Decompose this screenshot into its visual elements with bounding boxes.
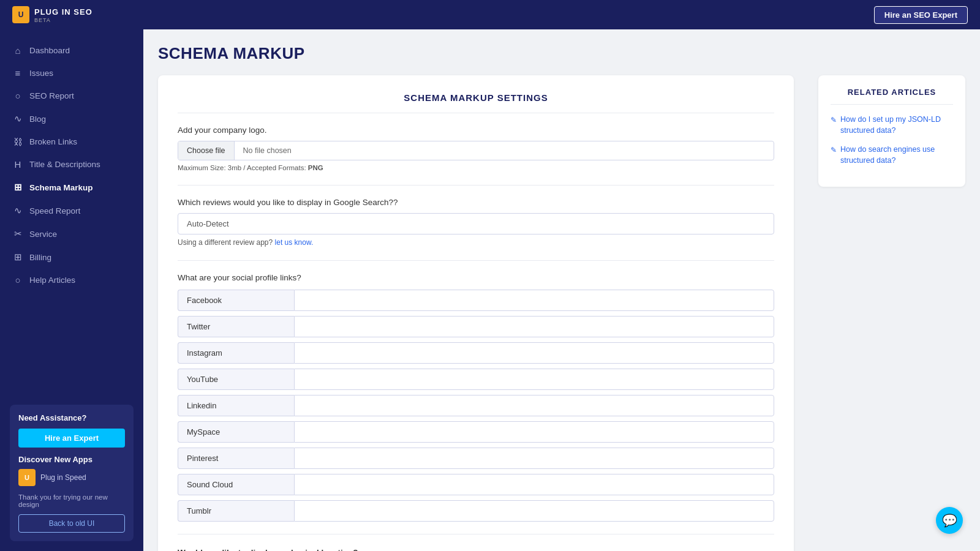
plugin-speed-row: U Plug in Speed <box>18 469 125 486</box>
logo-section-label: Add your company logo. <box>178 126 774 135</box>
sidebar-item-billing[interactable]: ⊞ Billing <box>0 246 143 269</box>
back-to-old-ui-button[interactable]: Back to old UI <box>18 514 125 533</box>
card-title: SCHEMA MARKUP SETTINGS <box>178 92 774 113</box>
sidebar-label-help-articles: Help Articles <box>29 276 75 285</box>
issues-icon: ≡ <box>12 68 23 78</box>
social-row-linkedin: Linkedin <box>178 395 774 416</box>
location-question: Would you like to display a physical loc… <box>178 548 774 551</box>
logo-beta: BETA <box>34 17 92 23</box>
sidebar-item-help-articles[interactable]: ○ Help Articles <box>0 269 143 291</box>
external-link-icon-2: ✎ <box>831 145 837 156</box>
hire-expert-button-sidebar[interactable]: Hire an Expert <box>18 429 125 448</box>
file-note: Maximum Size: 3mb / Accepted Formats: PN… <box>178 164 774 171</box>
schema-markup-card: SCHEMA MARKUP SETTINGS Add your company … <box>158 75 794 551</box>
sidebar-item-broken-links[interactable]: ⛓ Broken Links <box>0 130 143 153</box>
review-select[interactable] <box>178 213 774 234</box>
sidebar-label-title-descriptions: Title & Descriptions <box>29 160 100 169</box>
social-input-instagram[interactable] <box>294 342 774 364</box>
social-label-facebook: Facebook <box>178 290 294 311</box>
social-question: What are your social profile links? <box>178 273 774 282</box>
social-row-soundcloud: Sound Cloud <box>178 474 774 495</box>
broken-links-icon: ⛓ <box>12 137 23 147</box>
sidebar-nav: ⌂ Dashboard ≡ Issues ○ SEO Report ∿ Blog… <box>0 29 143 395</box>
social-input-facebook[interactable] <box>294 290 774 311</box>
social-input-soundcloud[interactable] <box>294 474 774 495</box>
file-input-row: Choose file No file chosen <box>178 141 774 160</box>
social-row-twitter: Twitter <box>178 316 774 337</box>
sidebar-label-speed-report: Speed Report <box>29 206 80 216</box>
page-title: SCHEMA MARKUP <box>158 44 965 63</box>
related-articles-card: RELATED ARTICLES ✎ How do I set up my JS… <box>818 75 965 187</box>
plugin-speed-label: Plug in Speed <box>40 473 86 482</box>
home-icon: ⌂ <box>12 45 23 56</box>
topnav: U PLUG IN SEO BETA Hire an SEO Expert <box>0 0 980 29</box>
service-icon: ✂ <box>12 228 23 239</box>
logo-icon: U <box>12 6 29 23</box>
related-link-search-engines[interactable]: ✎ How do search engines use structured d… <box>831 144 953 166</box>
sidebar-item-dashboard[interactable]: ⌂ Dashboard <box>0 39 143 62</box>
related-link-search-engines-text: How do search engines use structured dat… <box>840 144 953 166</box>
sidebar-item-service[interactable]: ✂ Service <box>0 222 143 246</box>
social-row-pinterest: Pinterest <box>178 448 774 469</box>
social-input-myspace[interactable] <box>294 421 774 443</box>
sidebar-item-blog[interactable]: ∿ Blog <box>0 107 143 130</box>
social-label-twitter: Twitter <box>178 316 294 337</box>
seo-report-icon: ○ <box>12 91 23 101</box>
related-articles-title: RELATED ARTICLES <box>831 88 953 105</box>
social-input-tumblr[interactable] <box>294 500 774 522</box>
social-row-youtube: YouTube <box>178 369 774 390</box>
social-row-instagram: Instagram <box>178 342 774 364</box>
billing-icon: ⊞ <box>12 252 23 263</box>
sidebar: ⌂ Dashboard ≡ Issues ○ SEO Report ∿ Blog… <box>0 29 143 551</box>
sidebar-label-seo-report: SEO Report <box>29 91 74 100</box>
sidebar-label-issues: Issues <box>29 69 53 78</box>
social-label-pinterest: Pinterest <box>178 448 294 469</box>
social-label-myspace: MySpace <box>178 421 294 443</box>
sidebar-item-schema-markup[interactable]: ⊞ Schema Markup <box>0 176 143 199</box>
choose-file-button[interactable]: Choose file <box>178 141 235 160</box>
social-label-tumblr: Tumblr <box>178 500 294 522</box>
no-file-text: No file chosen <box>235 141 300 160</box>
sidebar-item-seo-report[interactable]: ○ SEO Report <box>0 84 143 107</box>
social-input-twitter[interactable] <box>294 316 774 337</box>
logo-text: PLUG IN SEO <box>34 7 92 17</box>
social-label-linkedin: Linkedin <box>178 395 294 416</box>
social-row-facebook: Facebook <box>178 290 774 311</box>
related-link-json-ld[interactable]: ✎ How do I set up my JSON-LD structured … <box>831 114 953 136</box>
main-content: SCHEMA MARKUP SCHEMA MARKUP SETTINGS Add… <box>143 29 980 551</box>
help-icon: ○ <box>12 275 23 285</box>
let-us-know-link[interactable]: let us know. <box>275 238 314 247</box>
right-panel: RELATED ARTICLES ✎ How do I set up my JS… <box>806 75 965 187</box>
sidebar-item-title-descriptions[interactable]: H Title & Descriptions <box>0 153 143 176</box>
social-input-linkedin[interactable] <box>294 395 774 416</box>
sidebar-label-service: Service <box>29 230 57 239</box>
assistance-panel: Need Assistance? Hire an Expert Discover… <box>10 405 134 541</box>
thankyou-text: Thank you for trying our new design <box>18 493 125 508</box>
social-label-youtube: YouTube <box>178 369 294 390</box>
sidebar-item-issues[interactable]: ≡ Issues <box>0 62 143 84</box>
review-question: Which reviews would you like to display … <box>178 198 774 207</box>
external-link-icon-1: ✎ <box>831 115 837 126</box>
title-icon: H <box>12 159 23 170</box>
hire-expert-button-top[interactable]: Hire an SEO Expert <box>874 6 968 24</box>
social-row-myspace: MySpace <box>178 421 774 443</box>
chat-bubble[interactable]: 💬 <box>936 507 963 534</box>
sidebar-label-blog: Blog <box>29 114 46 124</box>
social-label-instagram: Instagram <box>178 342 294 364</box>
sidebar-label-broken-links: Broken Links <box>29 137 77 146</box>
sidebar-label-dashboard: Dashboard <box>29 46 70 55</box>
sidebar-label-schema-markup: Schema Markup <box>29 183 93 192</box>
plugin-speed-icon: U <box>18 469 36 486</box>
sidebar-item-speed-report[interactable]: ∿ Speed Report <box>0 199 143 222</box>
assistance-title: Need Assistance? <box>18 413 125 422</box>
speed-icon: ∿ <box>12 205 23 216</box>
social-input-pinterest[interactable] <box>294 448 774 469</box>
social-input-youtube[interactable] <box>294 369 774 390</box>
blog-icon: ∿ <box>12 113 23 124</box>
social-label-soundcloud: Sound Cloud <box>178 474 294 495</box>
review-note: Using a different review app? let us kno… <box>178 238 774 247</box>
sidebar-label-billing: Billing <box>29 253 51 262</box>
discover-title: Discover New Apps <box>18 455 125 464</box>
logo: U PLUG IN SEO BETA <box>12 6 92 23</box>
social-row-tumblr: Tumblr <box>178 500 774 522</box>
